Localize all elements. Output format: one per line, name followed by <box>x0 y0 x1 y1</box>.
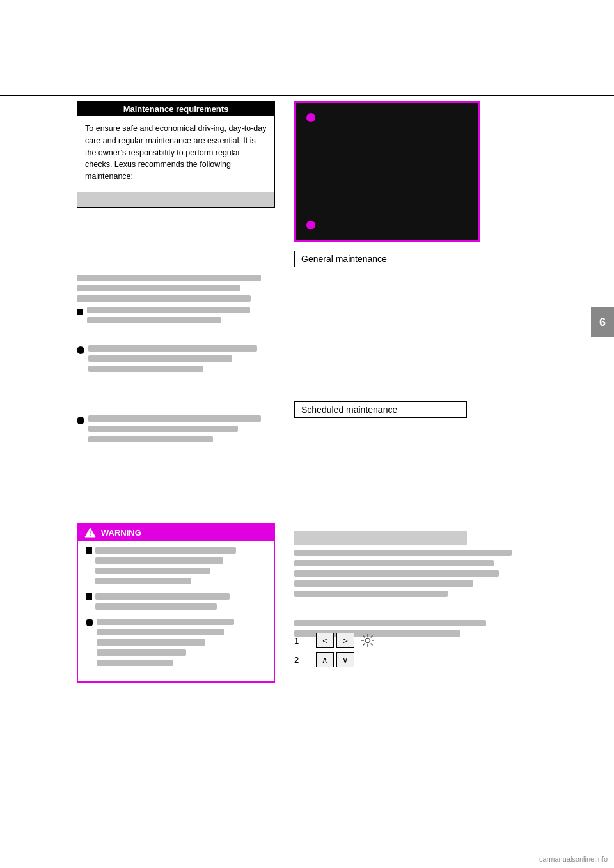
warning-text-1 <box>95 547 236 588</box>
general-maintenance-label: General maintenance <box>294 251 460 267</box>
svg-line-7 <box>363 636 365 638</box>
circle-bullet-icon-2 <box>77 417 84 424</box>
maintenance-requirements-box: Maintenance requirements To ensure safe … <box>77 101 275 208</box>
svg-text:!: ! <box>89 530 91 537</box>
warning-square-bullet-1 <box>86 547 92 554</box>
nav-row-2: 2 ∧ ∨ <box>294 652 354 667</box>
circle-bullet-icon-1 <box>77 346 84 354</box>
right-bottom-label-bar <box>294 531 467 545</box>
nav-down-button[interactable]: ∨ <box>336 652 354 667</box>
svg-line-10 <box>363 644 365 646</box>
warning-square-bullet-2 <box>86 593 92 600</box>
nav-row2-label: 2 <box>294 655 307 665</box>
svg-line-8 <box>371 644 373 646</box>
section-tab: 6 <box>591 307 614 337</box>
right-bottom-text <box>294 550 550 640</box>
bullet-text-2 <box>88 345 280 376</box>
bullet-item-circle-1 <box>77 345 280 376</box>
warning-text-3 <box>97 619 234 670</box>
watermark: carmanualsonline.info <box>539 855 608 863</box>
maintenance-requirements-body: To ensure safe and economical driv-ing, … <box>77 116 274 189</box>
settings-icon <box>361 633 375 647</box>
warning-box: ! WARNING <box>77 523 275 683</box>
image-dot-bottom <box>306 221 315 229</box>
bullet-text-1 <box>87 307 279 327</box>
nav-up-button[interactable]: ∧ <box>316 652 334 667</box>
image-box <box>294 101 480 242</box>
top-rule <box>0 95 614 96</box>
image-dot-top <box>306 113 315 122</box>
left-body-text <box>77 275 281 309</box>
warning-circle-bullet-1 <box>86 619 93 626</box>
nav-prev-button[interactable]: < <box>316 633 334 648</box>
warning-triangle-icon: ! <box>84 527 96 538</box>
bullet-item-circle-2 <box>77 415 280 446</box>
svg-point-2 <box>366 639 370 643</box>
maintenance-requirements-title: Maintenance requirements <box>77 102 274 116</box>
warning-title-text: WARNING <box>101 528 141 538</box>
scheduled-maintenance-label: Scheduled maintenance <box>294 401 467 418</box>
bullet-item-square-1 <box>77 307 279 327</box>
warning-text-2 <box>95 593 230 614</box>
maintenance-requirements-footer <box>77 192 274 207</box>
nav-row1-label: 1 <box>294 636 307 646</box>
square-bullet-icon-1 <box>77 309 83 315</box>
page-container: 6 Maintenance requirements To ensure saf… <box>0 0 614 868</box>
svg-line-9 <box>371 636 373 638</box>
warning-body <box>78 541 274 681</box>
section-number: 6 <box>599 316 606 329</box>
warning-title-bar: ! WARNING <box>78 524 274 541</box>
nav-row-1: 1 < > <box>294 633 375 648</box>
bullet-text-3 <box>88 415 280 446</box>
nav-next-button[interactable]: > <box>336 633 354 648</box>
